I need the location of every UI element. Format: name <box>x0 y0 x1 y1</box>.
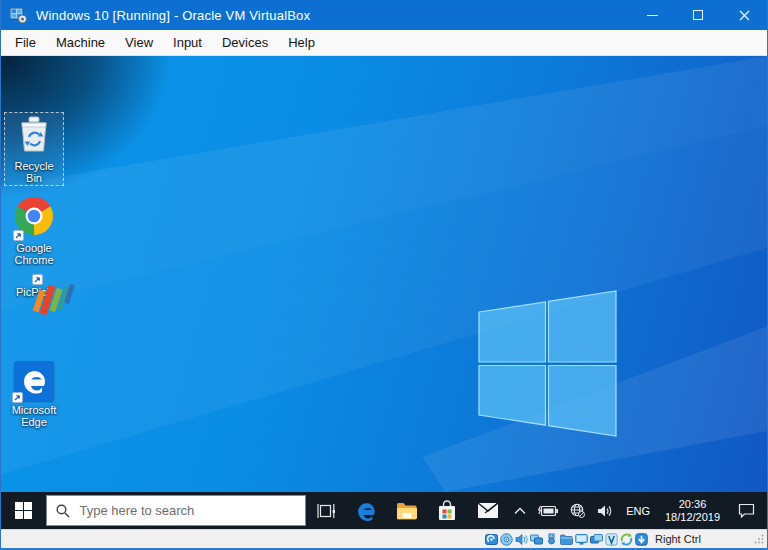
search-icon <box>56 504 70 518</box>
taskbar-mail-button[interactable] <box>468 492 509 529</box>
maximize-button[interactable] <box>675 0 721 30</box>
close-icon <box>739 10 750 21</box>
menu-devices[interactable]: Devices <box>212 31 278 54</box>
features-icon[interactable] <box>605 533 618 546</box>
shortcut-arrow-overlay <box>13 230 24 241</box>
action-center-button[interactable] <box>728 492 767 529</box>
taskbar-file-explorer-button[interactable] <box>387 492 428 529</box>
menu-input[interactable]: Input <box>163 31 212 54</box>
windows-wallpaper-logo <box>471 284 621 444</box>
taskbar-store-button[interactable] <box>427 492 468 529</box>
chevron-up-icon <box>514 507 526 515</box>
desktop-icon-recycle-bin[interactable]: Recycle Bin <box>4 112 64 186</box>
usb-icon[interactable] <box>545 533 558 546</box>
mouse-integration-icon[interactable] <box>620 533 633 546</box>
guest-desktop[interactable]: Recycle Bin Google Chrome <box>1 56 767 492</box>
menu-machine[interactable]: Machine <box>46 31 115 54</box>
chrome-icon <box>15 197 53 239</box>
shortcut-arrow-overlay <box>12 392 23 403</box>
mail-icon <box>477 502 499 519</box>
tray-date: 18/12/2019 <box>665 511 720 524</box>
resize-grip[interactable] <box>754 534 764 544</box>
desktop-icon-microsoft-edge[interactable]: Microsoft Edge <box>4 359 64 429</box>
tray-overflow-button[interactable] <box>508 492 532 529</box>
audio-icon[interactable] <box>515 533 528 546</box>
windows-start-icon <box>15 502 32 519</box>
globe-no-internet-icon <box>570 503 585 518</box>
window-title: Windows 10 [Running] - Oracle VM Virtual… <box>36 8 310 23</box>
desktop-icon-label: Microsoft Edge <box>4 404 64 428</box>
tray-network-button[interactable] <box>564 492 591 529</box>
wallpaper-dark-corner <box>1 56 767 492</box>
desktop-icon-picpick[interactable]: PicPick <box>4 281 64 299</box>
battery-icon <box>538 505 558 517</box>
taskbar-search[interactable] <box>46 495 305 526</box>
statusbar-device-icons <box>485 533 648 546</box>
minimize-button[interactable] <box>629 0 675 30</box>
shortcut-arrow-overlay <box>32 274 43 285</box>
recording-icon[interactable] <box>590 533 603 546</box>
desktop-icon-label: Recycle Bin <box>5 160 63 184</box>
maximize-icon <box>693 10 703 20</box>
speaker-icon <box>597 504 613 518</box>
action-center-icon <box>738 503 755 518</box>
system-tray: ENG 20:36 18/12/2019 <box>508 492 767 529</box>
taskbar-edge-button[interactable] <box>346 492 387 529</box>
edge-taskbar-icon <box>355 500 377 522</box>
task-view-button[interactable] <box>306 492 347 529</box>
tray-time: 20:36 <box>665 498 720 511</box>
search-input[interactable] <box>79 503 279 518</box>
close-button[interactable] <box>721 0 767 30</box>
vm-window-icon <box>10 8 27 23</box>
optical-drives-icon[interactable] <box>500 533 513 546</box>
menu-view[interactable]: View <box>115 31 163 54</box>
recycle-bin-icon <box>17 115 51 157</box>
file-explorer-icon <box>396 502 418 520</box>
desktop-icon-google-chrome[interactable]: Google Chrome <box>4 195 64 267</box>
vbox-menubar: File Machine View Input Devices Help <box>1 30 767 56</box>
tray-language-indicator[interactable]: ENG <box>619 505 657 517</box>
edge-icon <box>14 361 54 401</box>
shared-folders-icon[interactable] <box>560 533 573 546</box>
hard-disks-icon[interactable] <box>485 533 498 546</box>
microsoft-store-icon <box>437 500 457 521</box>
task-view-icon <box>317 503 335 519</box>
start-button[interactable] <box>1 492 46 529</box>
tray-battery-button[interactable] <box>532 492 564 529</box>
guest-taskbar: ENG 20:36 18/12/2019 <box>1 492 767 529</box>
network-icon[interactable] <box>530 533 543 546</box>
minimize-icon <box>647 15 658 16</box>
virtualbox-vm-window: Windows 10 [Running] - Oracle VM Virtual… <box>0 0 768 550</box>
host-key-indicator: Right Ctrl <box>655 533 701 545</box>
vbox-statusbar: Right Ctrl <box>1 529 767 548</box>
menu-file[interactable]: File <box>5 31 46 54</box>
desktop-icon-label: Google Chrome <box>4 242 64 266</box>
keyboard-capture-icon[interactable] <box>635 533 648 546</box>
tray-clock[interactable]: 20:36 18/12/2019 <box>657 498 728 524</box>
menu-help[interactable]: Help <box>278 31 325 54</box>
titlebar[interactable]: Windows 10 [Running] - Oracle VM Virtual… <box>1 0 767 30</box>
display-icon[interactable] <box>575 533 588 546</box>
tray-volume-button[interactable] <box>591 492 619 529</box>
